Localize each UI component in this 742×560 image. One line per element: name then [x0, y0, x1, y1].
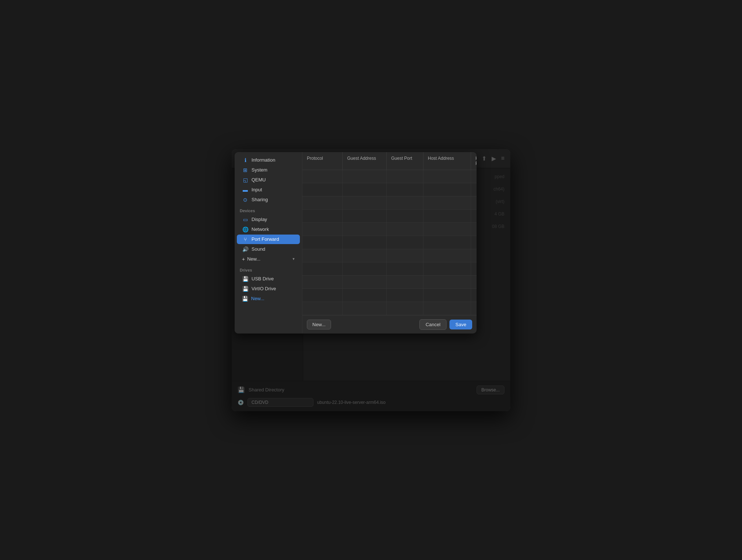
sidebar-item-sound[interactable]: 🔊 Sound	[237, 244, 300, 254]
dialog-content: Protocol Guest Address Guest Port Host A…	[302, 168, 303, 334]
sidebar-item-new-drive[interactable]: 💾 New...	[237, 294, 300, 303]
virtio-drive-icon: 💾	[242, 286, 249, 292]
sidebar-item-qemu-label: QEMU	[251, 177, 266, 183]
table-row[interactable]	[302, 210, 303, 223]
sidebar-item-new-device[interactable]: + New... ▾	[237, 254, 300, 264]
dialog: ℹ Information ⊞ System ◱ QEMU ▬	[235, 168, 303, 334]
network-icon: 🌐	[242, 226, 249, 232]
system-icon: ⊞	[242, 168, 249, 173]
sidebar-item-usb-drive[interactable]: 💾 USB Drive	[237, 274, 300, 284]
qemu-icon: ◱	[242, 177, 249, 183]
display-icon: ▭	[242, 217, 249, 222]
input-icon: ▬	[242, 187, 249, 193]
table-row[interactable]	[302, 236, 303, 249]
sidebar-item-qemu[interactable]: ◱ QEMU	[237, 175, 300, 185]
dialog-sidebar: ℹ Information ⊞ System ◱ QEMU ▬	[235, 168, 302, 334]
table-row[interactable]	[302, 183, 303, 196]
sidebar-item-port-forward-label: Port Forward	[251, 236, 279, 242]
sidebar-item-display[interactable]: ▭ Display	[237, 215, 300, 224]
sidebar-item-network[interactable]: 🌐 Network	[237, 225, 300, 234]
table-row[interactable]	[302, 170, 303, 183]
sidebar-item-new-drive-label: New...	[251, 296, 264, 301]
sidebar-item-sound-label: Sound	[251, 246, 265, 252]
table-row[interactable]	[302, 302, 303, 315]
table-row[interactable]	[302, 262, 303, 276]
sidebar-item-display-label: Display	[251, 217, 267, 222]
sidebar-item-new-device-label: New...	[247, 256, 260, 262]
sharing-icon: ⊙	[242, 197, 249, 203]
table-row[interactable]	[302, 289, 303, 302]
sidebar-item-usb-drive-label: USB Drive	[251, 276, 274, 281]
table-row[interactable]	[302, 196, 303, 210]
sidebar-item-system[interactable]: ⊞ System	[237, 168, 300, 175]
table-row[interactable]	[302, 276, 303, 289]
sidebar-item-system-label: System	[251, 168, 267, 173]
col-protocol: Protocol	[302, 168, 303, 170]
drives-section-label: Drives	[235, 264, 302, 274]
sidebar-item-sharing-label: Sharing	[251, 197, 268, 202]
table-row[interactable]	[302, 249, 303, 262]
sidebar-item-input[interactable]: ▬ Input	[237, 185, 300, 195]
chevron-down-icon: ▾	[293, 257, 295, 261]
dialog-overlay: ℹ Information ⊞ System ◱ QEMU ▬	[232, 168, 303, 381]
new-drive-icon: 💾	[242, 296, 248, 302]
sidebar-item-port-forward[interactable]: ⑂ Port Forward	[237, 235, 300, 244]
new-device-plus-icon: +	[242, 256, 245, 262]
sidebar-item-virtio-drive-label: VirtIO Drive	[251, 286, 276, 291]
sound-icon: 🔊	[242, 246, 249, 252]
table-body	[302, 170, 303, 315]
sidebar-item-sharing[interactable]: ⊙ Sharing	[237, 195, 300, 205]
sidebar-item-virtio-drive[interactable]: 💾 VirtIO Drive	[237, 284, 300, 294]
sidebar-item-input-label: Input	[251, 187, 262, 192]
main-layout: Virtual Machine QEMU 7.2 ARM Virtual M..…	[232, 168, 510, 381]
sidebar-item-network-label: Network	[251, 226, 269, 232]
devices-section-label: Devices	[235, 205, 302, 214]
dialog-footer: New... Cancel Save	[302, 315, 303, 334]
sidebar: Virtual Machine QEMU 7.2 ARM Virtual M..…	[232, 168, 303, 381]
table-row[interactable]	[302, 223, 303, 236]
usb-drive-icon: 💾	[242, 276, 249, 282]
port-forward-icon: ⑂	[242, 236, 249, 242]
